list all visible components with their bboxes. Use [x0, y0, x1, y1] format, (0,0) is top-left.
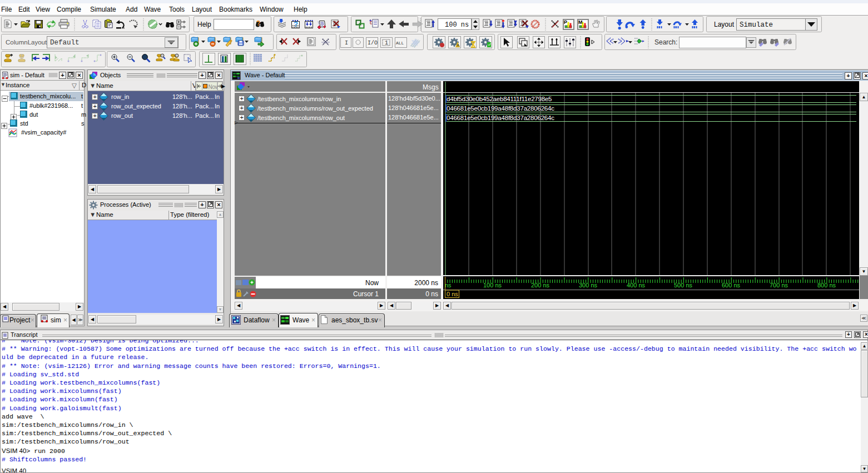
- svg-text:Help: Help: [197, 21, 211, 28]
- svg-text:0 ns: 0 ns: [447, 291, 458, 297]
- svg-text:ns: ns: [445, 282, 452, 288]
- svg-text:A: A: [457, 43, 460, 48]
- svg-text:100 ns: 100 ns: [445, 21, 469, 29]
- svg-text:Default: Default: [50, 39, 80, 47]
- svg-text:?: ?: [256, 19, 260, 27]
- svg-text:I/O: I/O: [368, 40, 378, 46]
- svg-text:ALL: ALL: [396, 41, 404, 46]
- svg-text:700 ns: 700 ns: [770, 282, 788, 288]
- svg-text:M: M: [578, 19, 583, 25]
- svg-text:P: P: [564, 19, 567, 25]
- svg-text:ColumnLayout: ColumnLayout: [6, 39, 47, 46]
- svg-text:400 ns: 400 ns: [627, 282, 646, 288]
- svg-text:?: ?: [294, 20, 298, 28]
- svg-text:1: 1: [385, 40, 388, 46]
- svg-text:800 ns: 800 ns: [817, 282, 836, 288]
- svg-text:300 ns: 300 ns: [579, 282, 598, 288]
- svg-text:200 ns: 200 ns: [531, 282, 550, 288]
- svg-text:I: I: [345, 40, 348, 46]
- svg-text:Layout: Layout: [714, 21, 735, 28]
- svg-text:600 ns: 600 ns: [722, 282, 741, 288]
- svg-text:Search:: Search:: [654, 38, 677, 46]
- svg-text:Simulate: Simulate: [740, 21, 773, 29]
- svg-text:500 ns: 500 ns: [674, 282, 693, 288]
- svg-text:100 ns: 100 ns: [483, 282, 502, 288]
